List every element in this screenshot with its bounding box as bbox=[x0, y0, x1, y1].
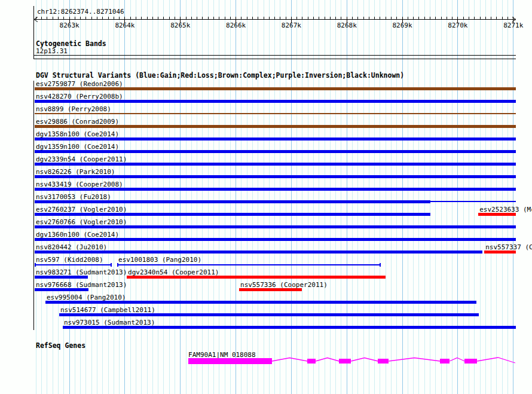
section-title-cytogenetic-bands: Cytogenetic Bands bbox=[36, 41, 106, 47]
gene-exon[interactable] bbox=[307, 359, 316, 364]
region-label: chr12:8262374..8271046 bbox=[37, 8, 124, 15]
ruler-tick-label: 8268k bbox=[334, 22, 360, 29]
gene-label[interactable]: FAM90A1|NM_018088 bbox=[188, 352, 256, 358]
ruler-tick-label: 8270k bbox=[445, 22, 471, 29]
variant-label[interactable]: dgv1358n100 (Coe2014) bbox=[36, 131, 119, 138]
variant-label[interactable]: nsv597 (Kidd2008) bbox=[36, 256, 103, 263]
gene-exon[interactable] bbox=[378, 359, 389, 364]
variant-label[interactable]: dgv1359n100 (Coe2014) bbox=[36, 143, 119, 150]
variant-label[interactable]: esv1001803 (Pang2010) bbox=[118, 256, 201, 263]
variant-line[interactable] bbox=[35, 113, 516, 114]
variant-label[interactable]: nsv3170053 (Fu2018) bbox=[36, 194, 111, 200]
variant-label[interactable]: dgv1360n100 (Coe2014) bbox=[36, 231, 119, 238]
variant-line[interactable] bbox=[430, 201, 516, 202]
variant-label[interactable]: dgv2340n54 (Cooper2011) bbox=[128, 269, 219, 276]
variant-label[interactable]: nsv976668 (Sudmant2013) bbox=[36, 282, 127, 288]
variant-label[interactable]: nsv973015 (Sudmant2013) bbox=[64, 319, 155, 326]
gene-exon[interactable] bbox=[339, 359, 351, 364]
variant-label[interactable]: nsv826226 (Park2010) bbox=[36, 169, 115, 175]
variant-label[interactable]: esv29886 (Conrad2009) bbox=[36, 118, 119, 125]
variant-range-endcap bbox=[111, 263, 112, 267]
gene-exon[interactable] bbox=[440, 359, 450, 364]
variant-range-endcap bbox=[380, 263, 381, 267]
variant-label[interactable]: nsv820442 (Ju2010) bbox=[36, 244, 107, 251]
variant-label[interactable]: nsv8899 (Perry2008) bbox=[36, 106, 111, 112]
variant-label[interactable]: nsv514677 (Campbell2011) bbox=[60, 307, 155, 313]
ruler-tick-label: 8265k bbox=[167, 22, 194, 29]
ruler-tick-label: 8264k bbox=[112, 22, 138, 29]
variant-label[interactable]: nsv557337 (Coo bbox=[485, 244, 532, 251]
variant-range-line[interactable] bbox=[35, 264, 112, 265]
ruler-tick-label: 8263k bbox=[56, 22, 82, 29]
variant-label[interactable]: dgv2339n54 (Cooper2011) bbox=[36, 156, 127, 163]
gene-exon[interactable] bbox=[188, 358, 272, 364]
ruler-tick-label: 8269k bbox=[389, 22, 415, 29]
cytoband-label[interactable]: 12p13.31 bbox=[36, 48, 68, 54]
variant-label[interactable]: nsv433419 (Cooper2008) bbox=[36, 181, 123, 188]
cytoband-box[interactable] bbox=[34, 55, 516, 59]
section-title-dgv-variants: DGV Structural Variants (Blue:Gain;Red:L… bbox=[36, 72, 404, 79]
variant-label[interactable]: esv2523633 (McK bbox=[479, 206, 532, 213]
gene-exon[interactable] bbox=[464, 359, 477, 364]
ruler-tick-label: 8271k bbox=[500, 22, 527, 29]
variant-range-line[interactable] bbox=[117, 264, 381, 265]
ruler-tick-label: 8266k bbox=[223, 22, 249, 29]
variant-label[interactable]: esv2759877 (Redon2006) bbox=[36, 81, 123, 87]
variant-label[interactable]: esv2760766 (Vogler2010) bbox=[36, 219, 127, 225]
variant-label[interactable]: esv2760237 (Vogler2010) bbox=[36, 206, 127, 213]
ruler-tick-label: 8267k bbox=[278, 22, 304, 29]
variant-label[interactable]: esv995004 (Pang2010) bbox=[47, 294, 126, 301]
variant-label[interactable]: nsv557336 (Cooper2011) bbox=[240, 282, 328, 288]
variant-label[interactable]: nsv983271 (Sudmant2013) bbox=[36, 269, 127, 276]
variant-label[interactable]: nsv428270 (Perry2008b) bbox=[36, 93, 123, 100]
section-title-refseq-genes: RefSeq Genes bbox=[36, 343, 85, 349]
genome-browser-panel: chr12:8262374..8271046 Cytogenetic Bands… bbox=[0, 0, 532, 394]
